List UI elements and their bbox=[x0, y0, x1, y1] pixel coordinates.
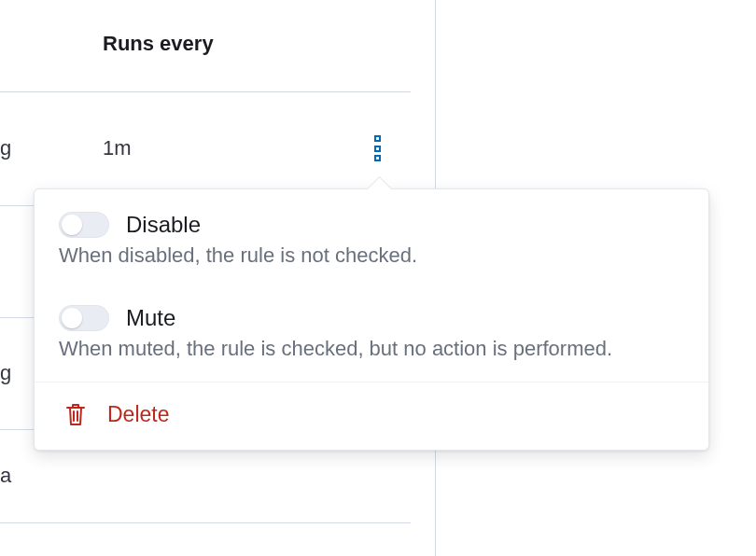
cell-runs-every: 1m bbox=[103, 136, 132, 160]
delete-button[interactable]: Delete bbox=[35, 382, 708, 450]
toggle-knob bbox=[62, 308, 82, 328]
cell-prev-fragment: g bbox=[0, 136, 11, 160]
disable-label: Disable bbox=[126, 212, 201, 238]
mute-label: Mute bbox=[126, 305, 175, 331]
page: Runs every g 1m g a Disable bbox=[0, 0, 756, 556]
toggle-knob bbox=[62, 215, 82, 235]
cell-prev-fragment: a bbox=[0, 464, 11, 488]
table-header: Runs every bbox=[0, 0, 411, 92]
more-vertical-icon bbox=[374, 146, 381, 152]
more-actions-button[interactable] bbox=[370, 135, 385, 161]
disable-option[interactable]: Disable When disabled, the rule is not c… bbox=[35, 189, 708, 288]
actions-popover: Disable When disabled, the rule is not c… bbox=[34, 188, 709, 451]
trash-icon bbox=[64, 401, 87, 427]
mute-description: When muted, the rule is checked, but no … bbox=[59, 337, 684, 361]
mute-option[interactable]: Mute When muted, the rule is checked, bu… bbox=[35, 288, 708, 382]
delete-label: Delete bbox=[107, 402, 169, 427]
column-header-runs-every: Runs every bbox=[103, 32, 214, 56]
disable-description: When disabled, the rule is not checked. bbox=[59, 243, 684, 268]
mute-toggle[interactable] bbox=[59, 305, 109, 331]
more-vertical-icon bbox=[374, 135, 381, 142]
cell-prev-fragment: g bbox=[0, 361, 11, 385]
disable-toggle[interactable] bbox=[59, 212, 109, 238]
more-vertical-icon bbox=[374, 155, 381, 161]
